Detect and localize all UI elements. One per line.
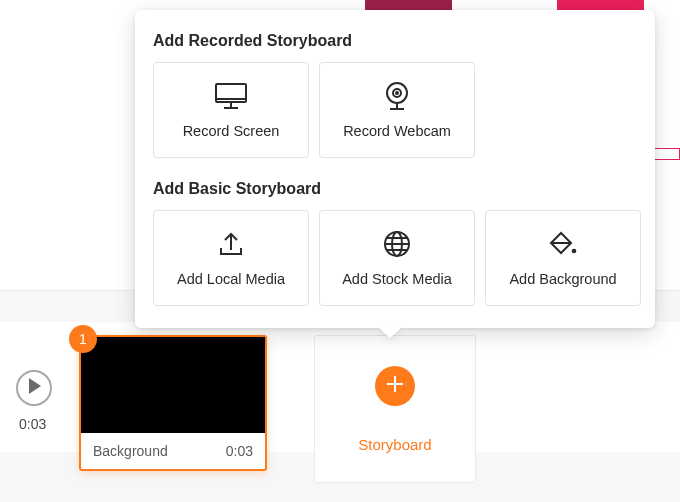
global-time-label: 0:03	[19, 416, 46, 432]
bg-tile-decor	[653, 148, 680, 160]
add-storyboard-popover: Add Recorded Storyboard Record Screen	[135, 10, 655, 328]
add-background-button[interactable]: Add Background	[485, 210, 641, 306]
option-label: Add Background	[509, 271, 616, 287]
svg-point-7	[396, 92, 398, 94]
add-local-media-button[interactable]: Add Local Media	[153, 210, 309, 306]
clip-index-badge: 1	[69, 325, 97, 353]
add-stock-media-button[interactable]: Add Stock Media	[319, 210, 475, 306]
webcam-icon	[380, 81, 414, 111]
clip-thumbnail: 1	[81, 337, 265, 433]
globe-icon	[380, 229, 414, 259]
recorded-section-title: Add Recorded Storyboard	[153, 32, 637, 50]
upload-icon	[214, 229, 248, 259]
screen-icon	[214, 81, 248, 111]
option-label: Record Screen	[183, 123, 280, 139]
add-circle	[375, 366, 415, 406]
clip-duration: 0:03	[226, 443, 253, 459]
option-label: Add Stock Media	[342, 271, 452, 287]
basic-section-title: Add Basic Storyboard	[153, 180, 637, 198]
add-storyboard-tile[interactable]: Storyboard	[314, 335, 476, 483]
svg-marker-0	[29, 378, 41, 394]
add-storyboard-label: Storyboard	[358, 436, 431, 453]
fill-icon	[546, 229, 580, 259]
play-icon	[26, 378, 42, 398]
storyboard-clip[interactable]: 1 Background 0:03	[79, 335, 267, 471]
clip-title: Background	[93, 443, 168, 459]
bg-tile-decor	[557, 0, 644, 10]
option-label: Add Local Media	[177, 271, 285, 287]
option-label: Record Webcam	[343, 123, 451, 139]
plus-icon	[385, 374, 405, 398]
svg-point-14	[572, 249, 577, 254]
bg-tile-decor	[365, 0, 452, 10]
play-button[interactable]	[16, 370, 52, 406]
record-webcam-button[interactable]: Record Webcam	[319, 62, 475, 158]
record-screen-button[interactable]: Record Screen	[153, 62, 309, 158]
